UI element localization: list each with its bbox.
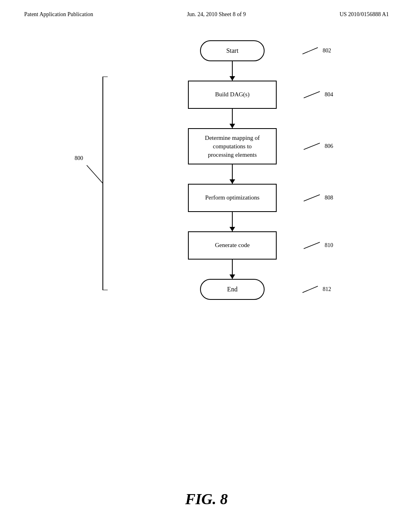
arrow-5	[168, 260, 297, 279]
node-determine-mapping: Determine mapping ofcomputations toproce…	[188, 128, 277, 164]
node-perform-optimizations-label: Perform optimizations	[205, 194, 260, 202]
diagram-area: Start 802 Build DAG(s) 804	[0, 32, 413, 395]
node-perform-optimizations-container: Perform optimizations 808	[168, 184, 297, 212]
svg-line-5	[302, 286, 318, 293]
figure-caption-text: FIG. 8	[185, 490, 228, 507]
node-perform-optimizations: Perform optimizations	[188, 184, 277, 212]
node-generate-code: Generate code	[188, 231, 277, 260]
node-generate-code-container: Generate code 810	[168, 231, 297, 260]
svg-line-9	[87, 165, 103, 183]
arrow-1	[168, 61, 297, 81]
node-start-label: Start	[226, 47, 238, 54]
label-812: 812	[302, 285, 331, 294]
label-806: 806	[304, 141, 333, 151]
arrow-2	[168, 109, 297, 128]
bracket-800-svg	[79, 77, 111, 290]
node-generate-code-label: Generate code	[215, 241, 250, 249]
node-determine-mapping-label: Determine mapping ofcomputations toproce…	[205, 134, 260, 159]
header-center: Jun. 24, 2010 Sheet 8 of 9	[187, 11, 246, 18]
svg-line-3	[304, 195, 320, 201]
node-determine-mapping-container: Determine mapping ofcomputations toproce…	[168, 128, 297, 164]
arrow-3	[168, 164, 297, 184]
page-header: Patent Application Publication Jun. 24, …	[0, 0, 413, 18]
label-810: 810	[304, 241, 333, 250]
label-802: 802	[302, 46, 331, 56]
node-build-dags-container: Build DAG(s) 804	[168, 81, 297, 109]
flowchart: Start 802 Build DAG(s) 804	[168, 40, 297, 300]
header-right: US 2010/0156888 A1	[340, 11, 389, 18]
svg-line-4	[304, 242, 320, 249]
node-build-dags-label: Build DAG(s)	[215, 91, 249, 99]
label-800: 800	[75, 155, 83, 162]
node-end-container: End 812	[168, 279, 297, 300]
figure-caption: FIG. 8	[185, 490, 228, 508]
node-start-container: Start 802	[168, 40, 297, 61]
header-left: Patent Application Publication	[24, 11, 93, 18]
node-end-label: End	[227, 286, 238, 293]
label-808: 808	[304, 193, 333, 203]
node-start: Start	[200, 40, 265, 61]
svg-line-1	[304, 91, 320, 98]
node-build-dags: Build DAG(s)	[188, 81, 277, 109]
arrow-4	[168, 212, 297, 231]
node-end: End	[200, 279, 265, 300]
label-800-group: 800	[79, 77, 111, 292]
svg-line-0	[302, 48, 318, 54]
svg-line-2	[304, 143, 320, 150]
label-804: 804	[304, 90, 333, 100]
